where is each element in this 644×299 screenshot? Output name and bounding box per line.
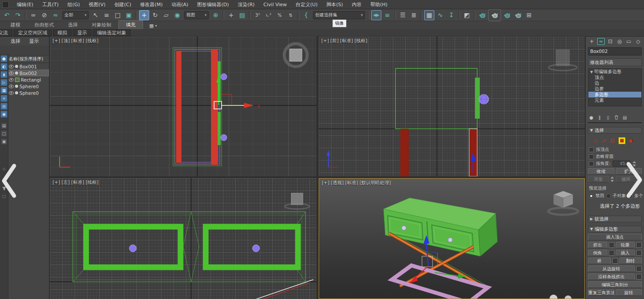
outline-settings-box[interactable] [636,242,642,248]
align-icon[interactable]: ≡ [382,10,392,20]
modifier-list-dropdown[interactable]: 修改器列表 [588,58,642,66]
render-iterative-icon[interactable] [513,10,523,20]
ribbon-tab-object-paint[interactable]: 对象绘制 [85,21,118,29]
stack-item-editable-poly[interactable]: ▼可编辑多边形 [588,69,641,75]
mirror-icon[interactable]: ◀▶ [371,10,381,20]
ring-spinner[interactable] [610,176,614,182]
knob-sphere-1[interactable] [402,226,406,230]
undo-icon[interactable]: ↶ [2,10,12,20]
bevel-settings-box[interactable] [609,250,614,256]
edge-subobject-icon[interactable] [602,138,607,143]
stack-item-edge[interactable]: 边 [588,80,641,86]
select-and-place-icon[interactable]: ◉ [172,10,182,20]
viewport-perspective-label[interactable]: [+] [透视] [标准] [默认明暗处理] [322,180,391,186]
menu-group[interactable]: 组(G) [63,0,84,9]
curve-editor-icon[interactable]: ∿ [435,10,445,20]
app-menu-icon[interactable] [2,1,9,8]
stack-item-vertex[interactable]: 顶点 [588,75,641,80]
create-tab-icon[interactable]: + [588,38,595,45]
menu-create[interactable]: 创建(C) [110,0,136,9]
border-subobject-icon[interactable] [610,138,615,143]
knob-sphere-2[interactable] [221,135,227,141]
model-sphere-clipped-2[interactable] [565,295,572,299]
bridge-button[interactable]: 桥 [588,258,611,264]
select-and-link-icon[interactable]: ∞ [28,10,38,20]
visibility-eye-icon[interactable] [9,91,14,95]
filter-visibility-icon[interactable]: ◉ [0,111,8,118]
viewport-top-label[interactable]: [+] [顶] [标准] [线框] [53,38,98,44]
bind-to-space-warp-icon[interactable]: ≈ [50,10,60,20]
knob-sphere-2[interactable] [448,238,452,242]
select-and-manipulate-icon[interactable]: + [226,10,236,20]
viewcube-top-face[interactable] [290,49,302,61]
extrude-along-spline-button[interactable]: 沿样条线挤出 [588,273,635,280]
viewport-top-canvas[interactable]: x [50,37,316,176]
viewport-perspective-active[interactable]: [+] [透视] [标准] [默认明暗处理] [319,178,585,299]
viewport-perspective-canvas[interactable] [319,179,584,299]
render-setup-icon[interactable] [477,10,487,20]
stack-item-border[interactable]: 边界 [588,86,641,92]
visibility-eye-icon[interactable] [9,85,14,88]
filter-helpers-icon[interactable]: ▦ [0,87,8,94]
selected-polygon-drawer-2[interactable] [206,227,298,267]
menu-scripting[interactable]: 脚本(S) [322,0,347,9]
shrink-button[interactable]: 收缩 [588,168,614,175]
drawer-front-edge-2[interactable] [218,112,221,145]
menu-customize[interactable]: 自定义(U) [291,0,322,9]
percent-snap-icon[interactable]: % [275,10,285,20]
menu-help[interactable]: 帮助(H) [366,0,392,9]
inset-button[interactable]: 插入 [616,250,635,256]
leg-wire-white[interactable] [256,280,313,299]
viewport-left-canvas[interactable] [50,178,316,299]
select-by-name-icon[interactable]: ≡ [102,10,112,20]
preview-subobject-radio[interactable] [606,194,611,198]
filter-shapes-icon[interactable]: ◐ [0,63,8,70]
rendered-frame-window-icon[interactable] [488,9,501,21]
ribbon-minimize-icon[interactable]: ▦▾ [147,22,159,29]
use-pivot-point-icon[interactable]: ⊕ [211,10,221,20]
inset-settings-box[interactable] [636,250,642,256]
vertex-subobject-icon[interactable] [593,138,599,143]
filter-cameras-icon[interactable]: ▷ [0,79,8,86]
modify-tab-icon[interactable]: ≈ [597,38,605,45]
leg-object-left[interactable] [176,51,181,163]
retriangulate-button[interactable]: 重复三角算法 [588,289,614,296]
select-and-scale-icon[interactable]: ▱ [161,10,171,20]
ring-button[interactable]: 环形 [588,176,609,183]
hierarchy-tab-icon[interactable]: ⊡ [606,38,614,45]
edit-triangulation-button[interactable]: 编辑三角剖分 [588,281,642,288]
visibility-eye-icon[interactable] [9,78,14,82]
material-editor-icon[interactable]: ◩ [462,10,472,20]
reference-coordinate-dropdown[interactable]: 视图▾ [184,11,209,19]
window-crossing-icon[interactable]: ▣ [124,10,134,20]
configure-modifier-sets-icon[interactable]: ▤ [621,114,628,120]
filter-bones-icon[interactable]: ◎ [0,103,8,110]
unlink-selection-icon[interactable]: ⊘ [39,10,49,20]
menu-modifiers[interactable]: 修改器(M) [136,0,167,9]
menu-rendering[interactable]: 渲染(R) [233,0,259,9]
explorer-menu-select[interactable]: 选择 [7,37,24,45]
filter-lights-icon[interactable]: ◗ [0,71,8,78]
flip-button[interactable]: 翻转 [619,258,642,264]
turn-button[interactable]: 旋转 [616,289,642,296]
menu-views[interactable]: 视图(V) [84,0,110,9]
cabinet-outline-side[interactable] [73,212,305,282]
lock-list-icon[interactable]: ▤ [0,122,8,129]
utilities-tab-icon[interactable]: ◇ [634,38,642,45]
schematic-view-icon[interactable]: ↧ [446,10,456,20]
soft-selection-rollout-header[interactable]: ▶ 软选择 [588,216,642,222]
polygon-subobject-icon-active[interactable] [618,137,625,144]
ribbon-tab-modeling[interactable]: 建模 [4,21,27,29]
spinner-snap-icon[interactable]: ⇅ [286,10,296,20]
layer-manager-icon[interactable]: ☰ [398,10,408,20]
show-end-result-icon[interactable]: ∥ [596,114,603,120]
base-frame-rectangle[interactable] [392,265,488,299]
open-autodesk-app-icon[interactable]: ⊞ [524,10,534,20]
viewcube-ring[interactable] [548,208,578,215]
visibility-eye-icon[interactable] [9,65,14,68]
selection-rollout-header[interactable]: ▼ 选择 [588,127,642,134]
ribbon-panel-idle-area[interactable]: 定义空闲区域 [14,29,52,36]
viewport-left-label[interactable]: [+] [左] [标准] [线框] [53,179,98,186]
preview-disable-radio[interactable] [589,194,594,198]
filter-geometry-icon[interactable]: ● [0,55,8,62]
